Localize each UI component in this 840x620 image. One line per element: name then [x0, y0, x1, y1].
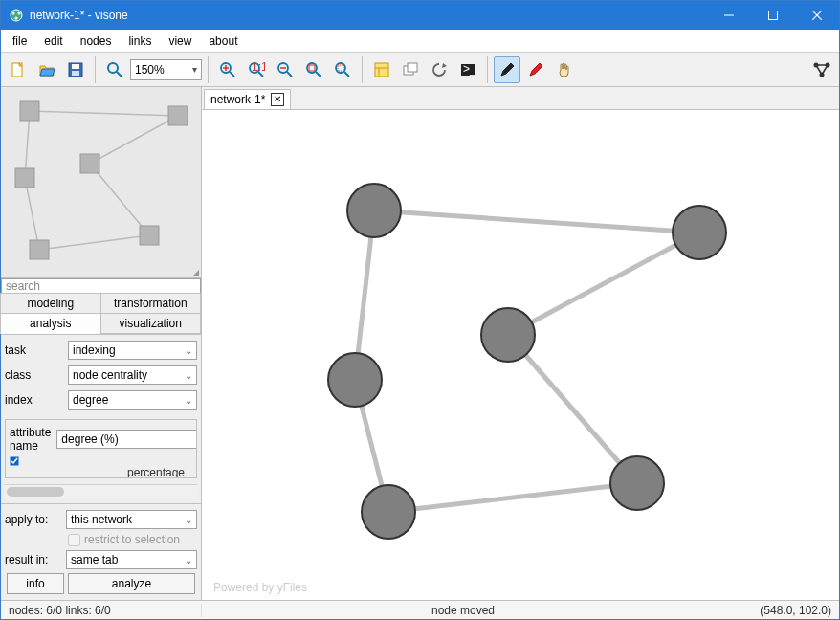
svg-line-48 — [90, 164, 149, 235]
svg-rect-31 — [375, 63, 388, 77]
doc-tab-close-button[interactable]: ✕ — [271, 93, 284, 106]
overview-resize-handle[interactable] — [189, 266, 199, 276]
status-nodes-links: nodes: 6/0 links: 6/0 — [1, 604, 202, 617]
status-action: node moved — [202, 604, 724, 617]
graph-svg — [202, 110, 839, 600]
svg-point-1 — [12, 12, 15, 15]
result-in-select[interactable]: same tab⌄ — [66, 550, 197, 569]
menu-nodes[interactable]: nodes — [73, 33, 120, 50]
zoom-fit-button[interactable] — [300, 56, 327, 83]
scroll-thumb[interactable] — [7, 487, 64, 497]
chevron-down-icon: ⌄ — [185, 370, 192, 381]
svg-rect-55 — [30, 240, 49, 259]
menu-about[interactable]: about — [201, 33, 245, 50]
attr-name-input[interactable] — [56, 430, 197, 449]
menu-links[interactable]: links — [121, 33, 159, 50]
menu-view[interactable]: view — [161, 33, 199, 50]
tab-transformation[interactable]: transformation — [100, 293, 202, 314]
info-button[interactable]: info — [7, 573, 64, 594]
result-in-label: result in: — [5, 553, 60, 566]
svg-line-23 — [287, 72, 292, 77]
restrict-checkbox — [68, 534, 80, 546]
overview-button[interactable] — [397, 56, 424, 83]
maximize-icon — [768, 11, 778, 20]
search-input[interactable] — [1, 278, 201, 294]
apply-to-label: apply to: — [5, 513, 60, 526]
apply-to-select[interactable]: this network⌄ — [66, 510, 197, 529]
task-select[interactable]: indexing⌄ — [68, 341, 197, 360]
layout-icon — [373, 61, 390, 78]
body-area: modeling transformation analysis visuali… — [1, 87, 839, 600]
class-select[interactable]: node centrality⌄ — [68, 365, 197, 385]
graph-canvas[interactable]: Powered by yFiles — [202, 110, 839, 600]
graph-icon — [812, 61, 831, 78]
svg-line-29 — [344, 72, 349, 77]
svg-line-50 — [39, 235, 149, 250]
zoom-out-button[interactable] — [272, 56, 298, 83]
maximize-button[interactable] — [751, 1, 795, 30]
chevron-down-icon: ⌄ — [185, 345, 192, 356]
zoom-fit-icon — [305, 61, 322, 78]
zoom-tool-button[interactable] — [101, 56, 128, 83]
analyze-button[interactable]: analyze — [68, 573, 195, 594]
console-button[interactable]: >_ — [454, 56, 481, 83]
svg-point-68 — [362, 485, 415, 539]
svg-rect-53 — [15, 168, 34, 188]
new-file-icon — [10, 61, 27, 78]
svg-line-44 — [822, 65, 828, 75]
svg-line-61 — [508, 335, 637, 483]
overview-graph — [1, 87, 202, 278]
index-label: index — [5, 393, 62, 407]
status-coords: (548.0, 102.0) — [724, 604, 839, 617]
attr-name-label: attribute name — [10, 426, 51, 453]
edit-mode-button[interactable] — [494, 56, 520, 83]
zoom-reset-button[interactable]: 1:1 — [243, 56, 270, 83]
zoom-selection-icon — [334, 61, 351, 78]
main-area: network-1* ✕ Powered by yFiles — [202, 87, 839, 600]
svg-rect-12 — [72, 71, 79, 76]
graph-mode-button[interactable] — [808, 56, 835, 83]
layout-button[interactable] — [368, 56, 395, 83]
zoom-in-icon — [219, 61, 236, 78]
svg-line-49 — [25, 178, 39, 250]
minimize-button[interactable] — [707, 1, 751, 30]
hand-mode-button[interactable] — [551, 56, 578, 83]
attr-hscroll[interactable] — [5, 484, 197, 498]
menu-file[interactable]: file — [5, 33, 34, 50]
app-window: network-1* - visone file edit nodes link… — [0, 0, 840, 620]
doc-tabs: network-1* ✕ — [202, 87, 839, 110]
restrict-label: restrict to selection — [84, 533, 180, 546]
red-pencil-icon — [527, 61, 544, 78]
doc-tab-network-1[interactable]: network-1* ✕ — [204, 89, 291, 109]
index-select[interactable]: degree⌄ — [68, 390, 197, 410]
overview-panel[interactable] — [1, 87, 201, 278]
window-controls — [707, 1, 839, 30]
new-button[interactable] — [5, 56, 32, 83]
class-label: class — [5, 368, 62, 382]
refresh-button[interactable] — [426, 56, 453, 83]
svg-text:>_: >_ — [463, 62, 476, 76]
zoom-in-button[interactable] — [214, 56, 241, 83]
zoom-select[interactable]: 150% ▾ — [130, 59, 202, 80]
svg-rect-35 — [408, 63, 417, 72]
refresh-icon — [431, 61, 448, 78]
svg-point-2 — [18, 12, 21, 15]
open-button[interactable] — [33, 56, 60, 83]
save-button[interactable] — [62, 56, 89, 83]
menu-edit[interactable]: edit — [36, 33, 70, 50]
svg-rect-56 — [140, 226, 159, 245]
console-icon: >_ — [459, 61, 476, 78]
pencil-icon — [498, 61, 516, 78]
svg-rect-5 — [769, 11, 778, 20]
svg-line-63 — [388, 483, 637, 512]
tab-modeling[interactable]: modeling — [0, 293, 101, 314]
annotate-mode-button[interactable] — [522, 56, 549, 83]
analysis-form: task indexing⌄ class node centrality⌄ in… — [1, 335, 201, 504]
svg-marker-36 — [442, 63, 447, 68]
tab-visualization[interactable]: visualization — [100, 313, 202, 334]
tab-analysis[interactable]: analysis — [0, 313, 101, 334]
zoom-selection-button[interactable] — [329, 56, 356, 83]
side-tab-grid: modeling transformation analysis visuali… — [1, 294, 201, 335]
minimize-icon — [724, 11, 734, 20]
close-button[interactable] — [795, 1, 839, 30]
